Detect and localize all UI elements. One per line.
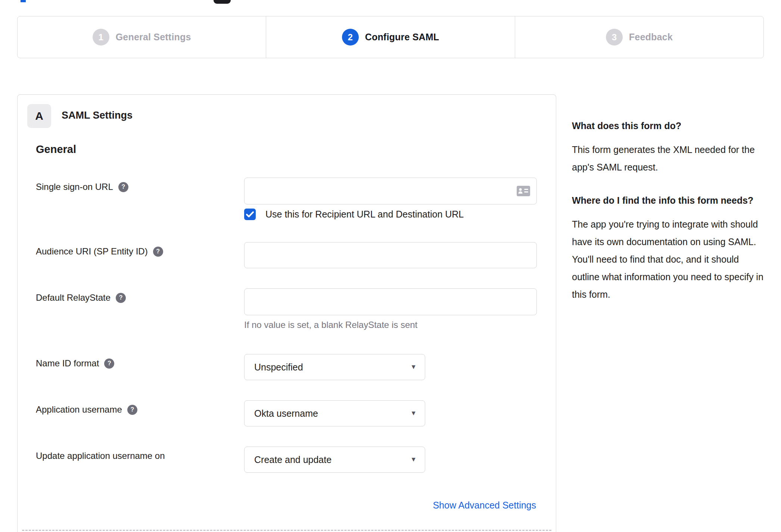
help-question-2: Where do I find the info this form needs… [572, 193, 765, 207]
step-2-number-badge: 2 [342, 29, 359, 46]
application-username-select[interactable]: Okta username ▼ [244, 400, 425, 426]
step-2-label: Configure SAML [365, 32, 439, 43]
chevron-down-icon: ▼ [410, 456, 417, 463]
panel-title: SAML Settings [62, 110, 133, 121]
name-id-format-value: Unspecified [254, 362, 303, 373]
step-1-number-badge: 1 [93, 29, 109, 46]
step-feedback[interactable]: 3 Feedback [515, 16, 763, 58]
dashed-divider [22, 530, 551, 531]
audience-uri-input[interactable] [244, 242, 537, 268]
step-1-label: General Settings [116, 32, 191, 43]
use-for-recipient-url-checkbox[interactable] [244, 209, 256, 220]
name-id-format-label-text: Name ID format [36, 357, 99, 370]
recipient-url-checkbox-row: Use this for Recipient URL and Destinati… [244, 209, 464, 220]
help-icon[interactable]: ? [118, 182, 128, 192]
single-sign-on-url-label: Single sign-on URL ? [36, 181, 128, 193]
help-icon[interactable]: ? [116, 293, 126, 303]
default-relaystate-label: Default RelayState ? [36, 291, 126, 304]
application-username-value: Okta username [254, 408, 318, 419]
show-advanced-settings-link[interactable]: Show Advanced Settings [433, 500, 536, 511]
help-answer-1: This form generates the XML needed for t… [572, 141, 765, 176]
checkmark-icon [246, 211, 254, 218]
update-application-username-label: Update application username on [36, 450, 165, 462]
help-icon[interactable]: ? [104, 359, 114, 369]
help-question-1: What does this form do? [572, 119, 765, 133]
use-for-recipient-url-checkbox-label: Use this for Recipient URL and Destinati… [265, 209, 464, 220]
chevron-down-icon: ▼ [410, 410, 417, 417]
update-application-username-select[interactable]: Create and update ▼ [244, 447, 425, 473]
update-application-username-value: Create and update [254, 454, 332, 465]
cutoff-artifact-blue [21, 0, 26, 2]
step-3-number-badge: 3 [606, 29, 623, 46]
name-id-format-select[interactable]: Unspecified ▼ [244, 354, 425, 380]
help-icon[interactable]: ? [127, 405, 137, 415]
update-application-username-label-text: Update application username on [36, 450, 165, 462]
contact-card-icon[interactable] [517, 186, 530, 196]
audience-uri-label-text: Audience URI (SP Entity ID) [36, 245, 148, 258]
help-sidebar: What does this form do? This form genera… [572, 119, 765, 303]
name-id-format-label: Name ID format ? [36, 357, 114, 370]
cutoff-artifact-dark [214, 0, 231, 4]
chevron-down-icon: ▼ [410, 363, 417, 371]
step-general-settings[interactable]: 1 General Settings [18, 16, 266, 58]
relaystate-hint: If no value is set, a blank RelayState i… [244, 320, 417, 330]
saml-settings-panel: A SAML Settings General Single sign-on U… [17, 94, 556, 532]
single-sign-on-url-label-text: Single sign-on URL [36, 181, 113, 193]
application-username-label: Application username ? [36, 403, 137, 416]
default-relaystate-input[interactable] [244, 288, 537, 315]
wizard-stepper: 1 General Settings 2 Configure SAML 3 Fe… [17, 16, 764, 58]
step-3-label: Feedback [629, 32, 673, 43]
configure-saml-page: 1 General Settings 2 Configure SAML 3 Fe… [0, 0, 781, 532]
single-sign-on-url-input-wrap [244, 178, 537, 204]
audience-uri-label: Audience URI (SP Entity ID) ? [36, 245, 163, 258]
single-sign-on-url-input[interactable] [244, 178, 537, 204]
application-username-label-text: Application username [36, 403, 122, 416]
help-answer-2: The app you're trying to integrate with … [572, 216, 765, 303]
step-configure-saml[interactable]: 2 Configure SAML [266, 16, 514, 58]
section-a-badge: A [27, 104, 51, 128]
default-relaystate-label-text: Default RelayState [36, 291, 111, 304]
help-icon[interactable]: ? [153, 247, 163, 257]
general-section-heading: General [36, 143, 76, 156]
